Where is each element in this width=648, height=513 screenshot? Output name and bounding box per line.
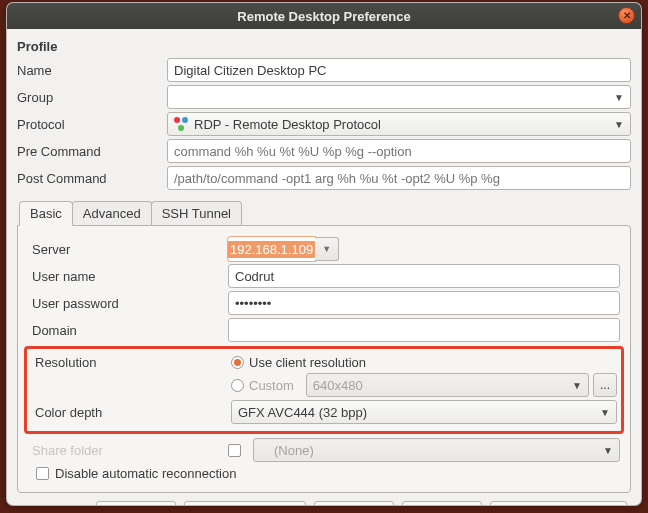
radio-icon [231, 379, 244, 392]
highlight-box: Resolution Use client resolution [24, 346, 624, 434]
save-default-button[interactable]: Save as Default [184, 501, 306, 506]
titlebar: Remote Desktop Preference ✕ [7, 3, 641, 29]
colordepth-label: Color depth [31, 405, 231, 420]
colordepth-combo[interactable]: GFX AVC444 (32 bpp) ▼ [231, 400, 617, 424]
server-value: 192.168.1.109 [228, 241, 315, 258]
radio-icon [231, 356, 244, 369]
colordepth-value: GFX AVC444 (32 bpp) [238, 405, 367, 420]
password-input[interactable] [228, 291, 620, 315]
password-label: User password [28, 296, 228, 311]
domain-input[interactable] [228, 318, 620, 342]
disable-reconnect-label: Disable automatic reconnection [55, 466, 236, 481]
sharefolder-label: Share folder [28, 443, 228, 458]
tab-advanced[interactable]: Advanced [72, 201, 152, 225]
chevron-down-icon: ▼ [600, 407, 610, 418]
postcmd-input[interactable] [167, 166, 631, 190]
resolution-custom-radio[interactable]: Custom [231, 378, 294, 393]
window-title: Remote Desktop Preference [237, 9, 410, 24]
protocol-combo[interactable]: RDP - Remote Desktop Protocol ▼ [167, 112, 631, 136]
resolution-custom-combo[interactable]: 640x480 ▼ [306, 373, 589, 397]
close-icon[interactable]: ✕ [618, 7, 635, 24]
group-label: Group [17, 90, 167, 105]
checkbox-icon [228, 444, 241, 457]
server-input[interactable]: 192.168.1.109 [228, 237, 315, 261]
resolution-custom-value: 640x480 [313, 378, 363, 393]
save-connect-button[interactable]: Save and Connect [490, 501, 627, 506]
chevron-down-icon: ▼ [614, 119, 624, 130]
connect-button[interactable]: Connect [402, 501, 482, 506]
tab-ssh-tunnel[interactable]: SSH Tunnel [151, 201, 242, 225]
chevron-down-icon: ▼ [603, 445, 613, 456]
protocol-label: Protocol [17, 117, 167, 132]
tab-body: Server 192.168.1.109 ▼ User name [17, 225, 631, 493]
tab-basic[interactable]: Basic [19, 201, 73, 226]
sharefolder-combo[interactable]: (None) ▼ [253, 438, 620, 462]
resolution-custom-label: Custom [249, 378, 294, 393]
precmd-label: Pre Command [17, 144, 167, 159]
save-button[interactable]: Save [314, 501, 394, 506]
name-label: Name [17, 63, 167, 78]
sharefolder-checkbox[interactable] [228, 444, 247, 457]
postcmd-label: Post Command [17, 171, 167, 186]
domain-label: Domain [28, 323, 228, 338]
sharefolder-value: (None) [274, 443, 314, 458]
server-label: Server [28, 242, 228, 257]
chevron-down-icon: ▼ [572, 380, 582, 391]
rdp-icon [174, 117, 188, 131]
group-combo[interactable]: ▼ [167, 85, 631, 109]
checkbox-icon [36, 467, 49, 480]
chevron-down-icon: ▼ [614, 92, 624, 103]
precmd-input[interactable] [167, 139, 631, 163]
button-bar: Cancel Save as Default Save Connect Save… [17, 493, 631, 506]
resolution-client-label: Use client resolution [249, 355, 366, 370]
resolution-browse-button[interactable]: ... [593, 373, 617, 397]
disable-reconnect-checkbox[interactable]: Disable automatic reconnection [28, 466, 236, 481]
name-input[interactable] [167, 58, 631, 82]
preference-window: Remote Desktop Preference ✕ Profile Name… [6, 2, 642, 506]
resolution-label: Resolution [31, 355, 231, 370]
resolution-client-radio[interactable]: Use client resolution [231, 355, 366, 370]
username-label: User name [28, 269, 228, 284]
profile-heading: Profile [17, 39, 631, 54]
cancel-button[interactable]: Cancel [96, 501, 176, 506]
username-input[interactable] [228, 264, 620, 288]
protocol-value: RDP - Remote Desktop Protocol [194, 117, 381, 132]
server-history-button[interactable]: ▼ [315, 237, 339, 261]
tabstrip: Basic Advanced SSH Tunnel [17, 200, 631, 225]
